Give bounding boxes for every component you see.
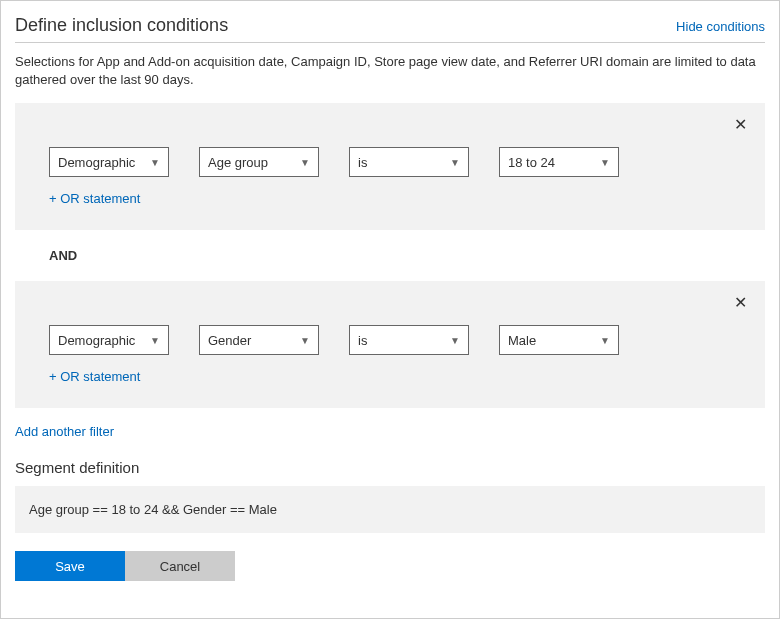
- chevron-down-icon: ▼: [450, 157, 460, 168]
- or-statement-link[interactable]: + OR statement: [49, 191, 731, 206]
- chevron-down-icon: ▼: [600, 335, 610, 346]
- filter-row: Demographic ▼ Age group ▼ is ▼ 18 to 24 …: [49, 147, 731, 177]
- value-dropdown[interactable]: Male ▼: [499, 325, 619, 355]
- dropdown-value: Demographic: [58, 155, 135, 170]
- chevron-down-icon: ▼: [150, 335, 160, 346]
- attribute-dropdown[interactable]: Gender ▼: [199, 325, 319, 355]
- dropdown-value: 18 to 24: [508, 155, 555, 170]
- chevron-down-icon: ▼: [450, 335, 460, 346]
- chevron-down-icon: ▼: [300, 335, 310, 346]
- save-button[interactable]: Save: [15, 551, 125, 581]
- dropdown-value: is: [358, 155, 367, 170]
- segment-definition-expression: Age group == 18 to 24 && Gender == Male: [15, 486, 765, 533]
- segment-definition-title: Segment definition: [15, 459, 765, 476]
- category-dropdown[interactable]: Demographic ▼: [49, 147, 169, 177]
- operator-dropdown[interactable]: is ▼: [349, 325, 469, 355]
- dropdown-value: Male: [508, 333, 536, 348]
- dropdown-value: Demographic: [58, 333, 135, 348]
- description-text: Selections for App and Add-on acquisitio…: [15, 53, 765, 89]
- dropdown-value: Gender: [208, 333, 251, 348]
- hide-conditions-link[interactable]: Hide conditions: [676, 19, 765, 34]
- header-row: Define inclusion conditions Hide conditi…: [15, 15, 765, 43]
- close-icon[interactable]: ✕: [734, 117, 747, 133]
- operator-dropdown[interactable]: is ▼: [349, 147, 469, 177]
- filter-row: Demographic ▼ Gender ▼ is ▼ Male ▼: [49, 325, 731, 355]
- button-row: Save Cancel: [15, 551, 765, 581]
- value-dropdown[interactable]: 18 to 24 ▼: [499, 147, 619, 177]
- and-separator: AND: [15, 230, 765, 281]
- filter-block-2: ✕ Demographic ▼ Gender ▼ is ▼ Male ▼ + O…: [15, 281, 765, 408]
- category-dropdown[interactable]: Demographic ▼: [49, 325, 169, 355]
- attribute-dropdown[interactable]: Age group ▼: [199, 147, 319, 177]
- inclusion-conditions-panel: Define inclusion conditions Hide conditi…: [0, 0, 780, 619]
- page-title: Define inclusion conditions: [15, 15, 228, 36]
- cancel-button[interactable]: Cancel: [125, 551, 235, 581]
- close-icon[interactable]: ✕: [734, 295, 747, 311]
- filter-block-1: ✕ Demographic ▼ Age group ▼ is ▼ 18 to 2…: [15, 103, 765, 230]
- dropdown-value: is: [358, 333, 367, 348]
- add-another-filter-link[interactable]: Add another filter: [15, 424, 114, 439]
- dropdown-value: Age group: [208, 155, 268, 170]
- chevron-down-icon: ▼: [150, 157, 160, 168]
- chevron-down-icon: ▼: [600, 157, 610, 168]
- or-statement-link[interactable]: + OR statement: [49, 369, 731, 384]
- chevron-down-icon: ▼: [300, 157, 310, 168]
